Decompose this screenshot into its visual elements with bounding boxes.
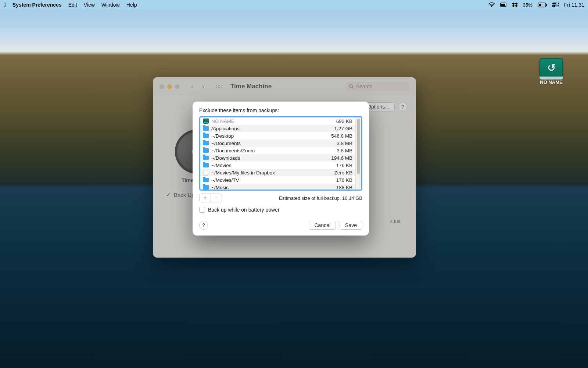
window-title: Time Machine [230,83,272,90]
exclusion-size: 3,8 MB [334,141,352,146]
svg-line-11 [352,87,354,89]
exclude-sheet: Exclude these items from backups: NO NAM… [193,102,369,236]
add-exclusion-button[interactable]: + [200,194,211,202]
folder-icon [202,140,209,146]
backup-automatically-label: Back Up [174,192,195,198]
exclusion-size: 176 KB [333,177,352,183]
exclusion-path: /Applications [211,126,331,131]
exclusion-row[interactable]: ~/Movies/TV176 KB [200,176,355,184]
exclusion-path: ~/Movies/My files in Dropbox [211,170,331,176]
exclusion-size: 1,27 GB [331,126,352,131]
window-titlebar[interactable]: ‹ › ∷∷ Time Machine Search [153,77,416,96]
exclusion-row[interactable]: ~/Documents3,8 MB [200,139,355,147]
window-traffic-lights[interactable] [159,84,180,89]
backup-size-estimate: Estimated size of full backup: 16,14 GB [279,195,362,201]
window-close-button[interactable] [159,84,164,89]
remove-exclusion-button[interactable]: − [211,194,222,202]
exclude-scrollbar[interactable] [355,117,361,190]
nav-forward-button[interactable]: › [198,82,208,91]
app-menu[interactable]: System Preferences [12,2,62,8]
menu-window[interactable]: Window [101,2,120,8]
prefs-search[interactable]: Search [346,82,409,91]
exclusion-size: 692 KB [333,118,352,124]
exclusion-row[interactable]: /Applications1,27 GB [200,125,355,132]
menubar-clock[interactable]: Fri 11:31 [564,2,584,8]
menu-edit[interactable]: Edit [68,2,77,8]
battery-backup-checkbox[interactable] [199,207,205,213]
folder-icon [202,177,209,183]
exclusion-row[interactable]: ~/Downloads194,6 MB [200,154,355,162]
svg-point-9 [553,5,555,7]
cancel-button[interactable]: Cancel [309,221,336,230]
exclusion-size: 546,8 MB [328,133,352,139]
menu-view[interactable]: View [84,2,95,8]
exclusion-row[interactable]: ~/Movies/My files in DropboxZero KB [200,169,355,176]
exclusion-size: Zero KB [331,170,352,176]
exclusion-size: 188 KB [333,185,352,190]
window-minimize-button[interactable] [167,84,172,89]
disk-icon [202,118,209,124]
exclusion-size: 3,8 MB [334,148,352,153]
exclusion-row[interactable]: NO NAME692 KB [200,117,355,125]
exclude-list[interactable]: NO NAME692 KB/Applications1,27 GB~/Deskt… [200,117,355,190]
help-button[interactable]: ? [398,102,407,111]
exclusion-path: ~/Music [211,185,333,190]
wifi-icon[interactable] [488,2,495,7]
folder-icon [202,133,209,139]
desktop:  System Preferences Edit View Window He… [0,0,588,368]
exclusion-row[interactable]: ~/Music188 KB [200,184,355,190]
folder-icon [202,155,209,161]
status-icon-1[interactable] [500,2,507,7]
folder-icon [202,162,209,168]
exclusion-path: ~/Downloads [211,155,328,161]
exclusion-size: 194,6 MB [328,155,352,161]
show-all-prefs-button[interactable]: ∷∷ [214,83,224,90]
apple-menu-icon[interactable]:  [4,1,6,8]
exclusion-row[interactable]: ~/Movies176 KB [200,162,355,169]
exclusion-path: ~/Movies/TV [211,177,333,183]
exclude-list-box: NO NAME692 KB/Applications1,27 GB~/Deskt… [199,116,362,191]
battery-percent: 35% [523,2,533,8]
scrollbar-thumb[interactable] [357,119,360,174]
menubar:  System Preferences Edit View Window He… [0,0,588,10]
file-icon [202,170,209,176]
window-zoom-button[interactable] [175,84,180,89]
svg-rect-5 [546,4,547,6]
search-placeholder: Search [356,84,372,89]
folder-icon [202,184,209,190]
svg-point-10 [349,85,352,88]
save-button[interactable]: Save [340,221,362,230]
check-icon: ✓ [166,191,171,198]
exclusion-path: NO NAME [211,118,333,124]
battery-backup-label: Back up while on battery power [208,207,280,213]
nav-back-button[interactable]: ‹ [187,82,197,91]
dropbox-icon[interactable] [512,2,518,8]
exclusion-row[interactable]: ~/Documents/Zoom3,8 MB [200,147,355,154]
exclusion-path: ~/Desktop [211,133,328,139]
sheet-help-button[interactable]: ? [199,221,208,230]
sheet-title: Exclude these items from backups: [199,107,362,113]
search-icon [349,84,354,89]
battery-icon[interactable] [538,3,547,7]
desktop-drive-noname[interactable]: ↺ NO NAME [537,58,566,85]
control-center-icon[interactable] [552,3,559,7]
svg-rect-2 [501,4,505,6]
exclusion-size: 176 KB [333,163,352,168]
folder-icon [202,125,209,131]
menu-help[interactable]: Help [126,2,137,8]
desktop-drive-label: NO NAME [537,79,566,85]
exclusion-path: ~/Movies [211,163,333,168]
svg-point-0 [491,6,492,7]
exclusion-path: ~/Documents [211,141,334,146]
svg-rect-4 [539,4,541,6]
exclusion-path: ~/Documents/Zoom [211,148,334,153]
folder-icon [202,148,209,153]
disk-full-hint: s full. [390,219,401,224]
time-machine-disk-icon: ↺ [539,58,563,77]
exclusion-row[interactable]: ~/Desktop546,8 MB [200,132,355,139]
svg-point-8 [556,3,558,4]
